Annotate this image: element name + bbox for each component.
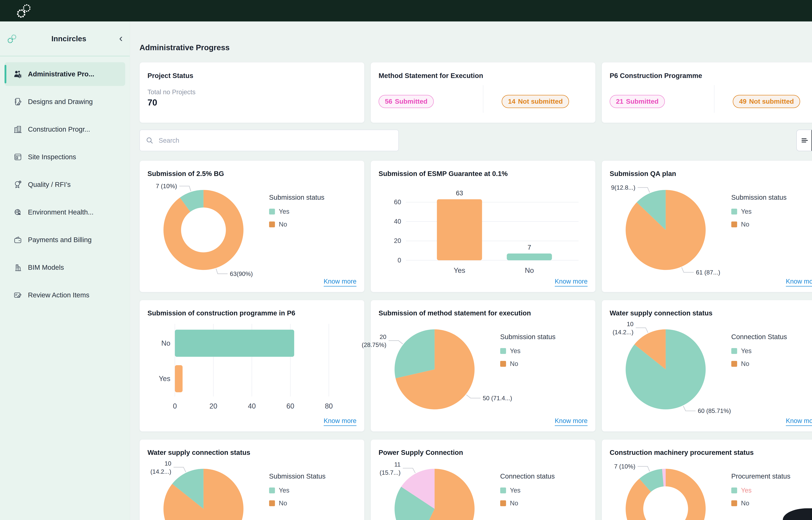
legend-label: Yes: [741, 208, 752, 215]
chart-card-submission-of-esmp-guarantee-at-0-1: Submission of ESMP Guarantee at 0.1% 020…: [371, 160, 595, 292]
legend-title: Submission Status: [269, 472, 357, 480]
chart-canvas: 11(15.7...): [379, 458, 500, 520]
sidebar-collapse-chevron-icon[interactable]: ‹: [119, 33, 122, 43]
card-title: P6 Construction Programme: [610, 72, 812, 80]
sidebar: Inncircles ‹ Administrative Pro... Desig…: [0, 22, 130, 520]
know-more-link[interactable]: Know more: [555, 417, 588, 426]
page-title: Administrative Progress: [140, 43, 812, 52]
legend-item-no[interactable]: No: [500, 360, 588, 367]
chart-card-water-supply-connection-status: Water supply connection status 60 (85.71…: [602, 300, 812, 432]
hamburger-icon: [800, 136, 808, 144]
charts-grid: Submission of 2.5% BG 63(90%)7 (10%) Sub…: [140, 160, 812, 520]
svg-text:9(12.8...): 9(12.8...): [611, 184, 636, 191]
svg-text:60 (85.71%): 60 (85.71%): [698, 407, 731, 414]
legend-label: No: [741, 499, 749, 507]
chart-legend: Connection Status YesNo: [731, 319, 812, 419]
know-more-link[interactable]: Know more: [786, 417, 812, 426]
chart-canvas: 63(90%)7 (10%): [147, 179, 269, 280]
legend-label: No: [510, 499, 518, 507]
inncircles-logo-small-icon: [6, 34, 19, 43]
view-toggle: [796, 130, 812, 151]
chart-title: Construction machinery procurement statu…: [610, 449, 812, 457]
review-card-icon: [13, 291, 22, 299]
legend-label: Yes: [279, 487, 289, 494]
search-box: [140, 130, 399, 151]
chart-card-power-supply-connection: Power Supply Connection 11(15.7...) Conn…: [371, 439, 595, 520]
chart-card-submission-qa-plan: Submission QA plan 61 (87...)9(12.8...) …: [602, 160, 812, 292]
legend-item-yes[interactable]: Yes: [731, 208, 812, 215]
svg-text:Yes: Yes: [454, 266, 465, 274]
not-submitted-badge: 49 Not submitted: [733, 95, 800, 108]
sidebar-item-review-action-items[interactable]: Review Action Items: [4, 283, 125, 307]
not-submitted-badge: 14 Not submitted: [502, 95, 569, 108]
legend-label: Yes: [510, 347, 521, 355]
sidebar-item-environment-health[interactable]: Environment Health...: [4, 200, 125, 224]
app-window: Inncircles ‹ Administrative Pro... Desig…: [0, 0, 812, 520]
svg-text:7: 7: [528, 244, 531, 251]
sidebar-item-label: Designs and Drawing: [28, 98, 93, 106]
know-more-link[interactable]: Know more: [786, 278, 812, 286]
legend-item-yes[interactable]: Yes: [500, 487, 588, 494]
legend-item-no[interactable]: No: [731, 360, 812, 367]
chart-canvas: 50 (71.4...)20(28.75%): [379, 319, 500, 419]
know-more-link[interactable]: Know more: [324, 417, 357, 426]
legend-swatch-icon: [731, 488, 737, 493]
legend-swatch-icon: [500, 361, 506, 367]
chart-card-submission-of-method-statement-for-execution: Submission of method statement for execu…: [371, 300, 595, 432]
sidebar-item-payments-and-billing[interactable]: Payments and Billing: [4, 228, 125, 252]
sidebar-item-construction-progr[interactable]: Construction Progr...: [4, 118, 125, 141]
sidebar-item-site-inspections[interactable]: Site Inspections: [4, 145, 125, 169]
legend-item-no[interactable]: No: [269, 499, 357, 507]
legend-item-no[interactable]: No: [500, 499, 588, 507]
list-view-button[interactable]: [797, 130, 812, 151]
chart-legend: Connection status YesNo: [500, 458, 588, 520]
legend-item-no[interactable]: No: [269, 221, 357, 228]
svg-text:60: 60: [394, 199, 401, 206]
legend-title: Procurement status: [731, 472, 812, 480]
not-submitted-label: Not submitted: [518, 98, 563, 105]
svg-text:0: 0: [173, 402, 177, 410]
legend-item-yes[interactable]: Yes: [269, 487, 357, 494]
chart-title: Submission of ESMP Guarantee at 0.1%: [379, 170, 588, 178]
summary-row: Project Status Total no Projects 70 Meth…: [140, 62, 812, 123]
top-bar: [0, 0, 812, 22]
legend-label: Yes: [279, 208, 289, 215]
chart-title: Water supply connection status: [147, 449, 357, 457]
legend-title: Connection status: [500, 472, 588, 480]
not-submitted-label: Not submitted: [749, 98, 794, 105]
search-input[interactable]: [140, 130, 399, 151]
submitted-count: 21: [616, 98, 623, 105]
legend-item-yes[interactable]: Yes: [731, 347, 812, 355]
chart-canvas: 020406063Yes7No: [379, 179, 588, 280]
sidebar-item-administrative-pro[interactable]: Administrative Pro...: [4, 62, 125, 86]
svg-text:40: 40: [248, 402, 256, 410]
svg-text:63(90%): 63(90%): [230, 270, 253, 277]
legend-title: Submission status: [731, 193, 812, 201]
legend-item-yes[interactable]: Yes: [731, 487, 812, 494]
chart-title: Submission QA plan: [610, 170, 812, 178]
legend-label: No: [741, 360, 749, 367]
admin-users-gear-icon: [13, 70, 22, 78]
know-more-link[interactable]: Know more: [555, 278, 588, 286]
legend-swatch-icon: [500, 488, 506, 493]
legend-swatch-icon: [731, 209, 737, 214]
chart-card-submission-of-2-5-bg: Submission of 2.5% BG 63(90%)7 (10%) Sub…: [140, 160, 364, 292]
not-submitted-count: 14: [508, 98, 515, 105]
know-more-link[interactable]: Know more: [324, 278, 357, 286]
svg-text:20: 20: [394, 237, 401, 244]
legend-item-yes[interactable]: Yes: [500, 347, 588, 355]
svg-text:20(28.75%): 20(28.75%): [362, 334, 386, 348]
sidebar-item-bim-models[interactable]: BIM Models: [4, 256, 125, 279]
svg-text:7 (10%): 7 (10%): [156, 183, 177, 189]
sidebar-item-quality-rfi-s[interactable]: Quality / RFI’s: [4, 173, 125, 197]
sidebar-item-designs-and-drawing[interactable]: Designs and Drawing: [4, 90, 125, 113]
svg-text:No: No: [525, 266, 534, 274]
sidebar-item-label: BIM Models: [28, 264, 64, 271]
submitted-count: 56: [385, 98, 392, 105]
legend-item-yes[interactable]: Yes: [269, 208, 357, 215]
chart-canvas: 60 (85.71%)10(14.2...): [610, 319, 731, 419]
legend-label: No: [279, 221, 287, 228]
environment-globe-icon: [13, 208, 22, 216]
legend-item-no[interactable]: No: [731, 499, 812, 507]
legend-item-no[interactable]: No: [731, 221, 812, 228]
